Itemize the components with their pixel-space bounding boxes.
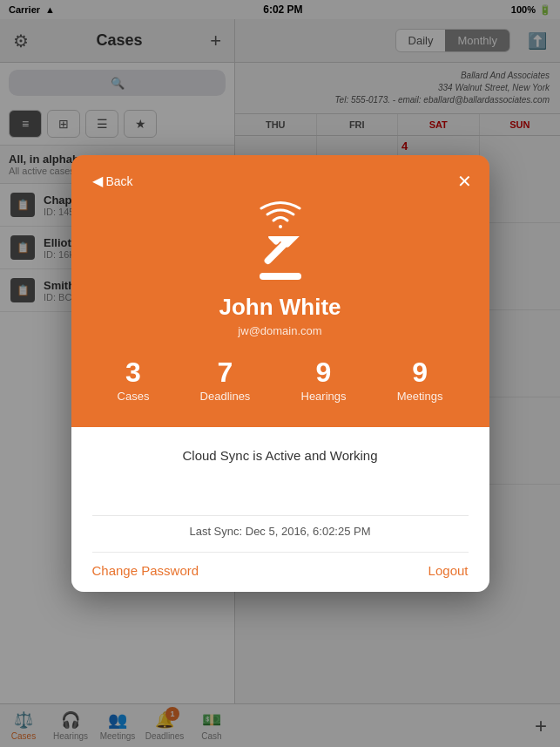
stat-hearings-label: Hearings <box>301 390 347 403</box>
back-chevron-icon: ◀ <box>92 173 103 189</box>
stat-deadlines: 7 Deadlines <box>200 358 251 403</box>
modal-stats: 3 Cases 7 Deadlines 9 Hearings 9 Meeting… <box>92 358 469 403</box>
last-sync-text: Last Sync: Dec 5, 2016, 6:02:25 PM <box>92 515 469 552</box>
user-profile-modal: ◀ Back ✕ <box>71 155 489 592</box>
stat-meetings-label: Meetings <box>397 390 443 403</box>
stat-meetings-number: 9 <box>412 358 428 386</box>
stat-cases: 3 Cases <box>118 358 150 403</box>
user-email: jw@domain.com <box>92 324 469 337</box>
stat-deadlines-number: 7 <box>218 358 233 386</box>
modal-overlay: ◀ Back ✕ <box>0 0 560 747</box>
gavel-icon <box>254 236 307 283</box>
stat-deadlines-label: Deadlines <box>200 390 251 403</box>
user-name: John White <box>92 294 469 321</box>
stat-cases-number: 3 <box>125 358 141 386</box>
back-button[interactable]: ◀ Back <box>92 173 469 189</box>
close-button[interactable]: ✕ <box>457 171 472 192</box>
stat-cases-label: Cases <box>118 390 150 403</box>
wifi-signal-icon <box>256 198 305 236</box>
modal-header: ◀ Back ✕ <box>71 155 489 427</box>
stat-hearings: 9 Hearings <box>301 358 347 403</box>
stat-hearings-number: 9 <box>316 358 332 386</box>
modal-body: Cloud Sync is Active and Working Last Sy… <box>71 427 489 592</box>
change-password-button[interactable]: Change Password <box>92 563 199 578</box>
back-label: Back <box>106 174 133 188</box>
sync-status-text: Cloud Sync is Active and Working <box>92 448 469 463</box>
modal-actions: Change Password Logout <box>92 552 469 592</box>
logout-button[interactable]: Logout <box>428 563 469 578</box>
stat-meetings: 9 Meetings <box>397 358 443 403</box>
svg-rect-3 <box>260 273 301 280</box>
modal-icon-area <box>92 198 469 283</box>
